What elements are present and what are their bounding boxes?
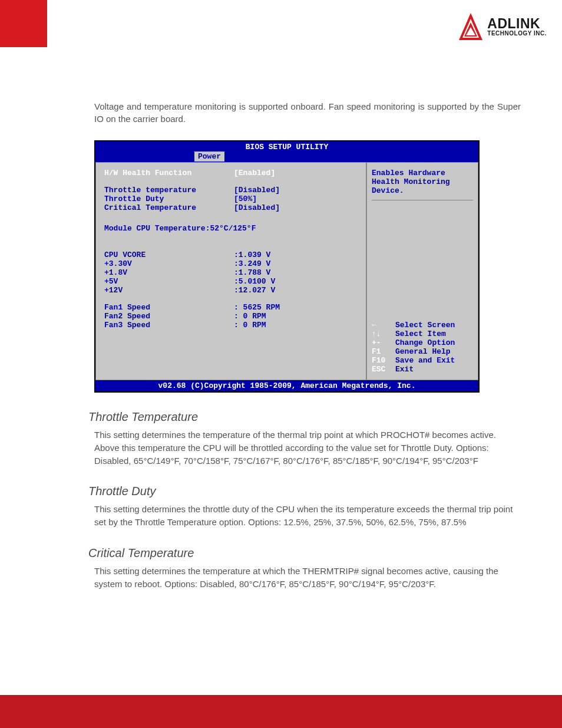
module-cpu-temp: Module CPU Temperature:52°C/125°F	[104, 224, 360, 233]
voltage-value: :3.249 V	[234, 259, 322, 268]
voltage-label: +5V	[104, 277, 234, 286]
help-text: Select Screen	[395, 321, 455, 330]
voltage-label: +3.30V	[104, 259, 234, 268]
bios-help-key-row: +-Change Option	[372, 338, 473, 347]
section-heading: Throttle Duty	[88, 485, 521, 498]
help-text: Exit	[395, 365, 414, 374]
bios-tab-bar: Power	[95, 151, 478, 162]
bios-voltage-row: +12V:12.027 V	[104, 286, 360, 295]
voltage-value: :12.027 V	[234, 286, 322, 295]
help-text: Select Item	[395, 330, 446, 338]
fan-label: Fan3 Speed	[104, 321, 234, 330]
logo-triangle-icon	[458, 12, 484, 41]
setting-value: [Disabled]	[234, 186, 322, 195]
voltage-label: CPU VCORE	[104, 251, 234, 259]
help-key: +-	[372, 338, 395, 347]
page-content: Voltage and temperature monitoring is su…	[0, 0, 562, 625]
fan-value: : 0 RPM	[234, 312, 322, 321]
bios-setting-row[interactable]: Throttle temperature[Disabled]	[104, 186, 360, 195]
help-key: ↑↓	[372, 330, 395, 338]
setting-label: Critical Temperature	[104, 203, 234, 212]
bios-help-key-row: F1General Help	[372, 347, 473, 356]
bios-main-panel: H/W Health Function [Enabled] Throttle t…	[95, 162, 366, 380]
setting-label: Throttle Duty	[104, 195, 234, 203]
corner-accent	[0, 0, 47, 47]
help-text: Save and Exit	[395, 356, 455, 365]
section-body: This setting determines the temperature …	[94, 429, 521, 467]
bios-side-panel: Enables Hardware Health Monitoring Devic…	[366, 162, 478, 380]
section-body: This setting determines the temperature …	[94, 565, 521, 591]
setting-value: [Disabled]	[234, 203, 322, 212]
voltage-value: :5.0100 V	[234, 277, 322, 286]
fan-value: : 0 RPM	[234, 321, 322, 330]
bios-help-key-row: ↑↓Select Item	[372, 330, 473, 338]
voltage-value: :1.788 V	[234, 268, 322, 277]
fan-label: Fan2 Speed	[104, 312, 234, 321]
bios-help-key-row: ←Select Screen	[372, 321, 473, 330]
bios-fan-row: Fan2 Speed: 0 RPM	[104, 312, 360, 321]
fan-label: Fan1 Speed	[104, 303, 234, 312]
fan-value: : 5625 RPM	[234, 303, 322, 312]
bios-voltage-row: CPU VCORE:1.039 V	[104, 251, 360, 259]
setting-value: [Enabled]	[234, 169, 322, 177]
logo-text-main: ADLINK	[487, 17, 547, 31]
voltage-label: +12V	[104, 286, 234, 295]
bios-fan-row: Fan1 Speed: 5625 RPM	[104, 303, 360, 312]
adlink-logo: ADLINK TECHNOLOGY INC.	[458, 12, 547, 41]
bios-help-desc-3: Device.	[372, 186, 473, 195]
help-key: ←	[372, 321, 395, 330]
section-heading: Critical Temperature	[88, 546, 521, 560]
bios-help-desc-1: Enables Hardware	[372, 169, 473, 177]
bios-setting-row[interactable]: Throttle Duty[50%]	[104, 195, 360, 203]
help-key: F10	[372, 356, 395, 365]
help-text: Change Option	[395, 338, 455, 347]
bios-setting-row[interactable]: Critical Temperature[Disabled]	[104, 203, 360, 212]
bios-footer: v02.68 (C)Copyright 1985-2009, American …	[95, 380, 478, 391]
bios-fan-row: Fan3 Speed: 0 RPM	[104, 321, 360, 330]
setting-label: H/W Health Function	[104, 169, 234, 177]
section-heading: Throttle Temperature	[88, 410, 521, 424]
voltage-label: +1.8V	[104, 268, 234, 277]
bios-voltage-row: +5V:5.0100 V	[104, 277, 360, 286]
bios-help-desc-2: Health Monitoring	[372, 177, 473, 186]
help-key: ESC	[372, 365, 395, 374]
bios-voltage-row: +3.30V:3.249 V	[104, 259, 360, 268]
voltage-value: :1.039 V	[234, 251, 322, 259]
bios-title: BIOS SETUP UTILITY	[95, 141, 478, 151]
bios-tab-power[interactable]: Power	[194, 151, 224, 162]
bios-help-key-row: F10Save and Exit	[372, 356, 473, 365]
bios-help-key-row: ESCExit	[372, 365, 473, 374]
bios-screenshot: BIOS SETUP UTILITY Power H/W Health Func…	[94, 140, 480, 393]
help-text: General Help	[395, 347, 451, 356]
setting-label: Throttle temperature	[104, 186, 234, 195]
setting-value: [50%]	[234, 195, 322, 203]
section-body: This setting determines the throttle dut…	[94, 503, 521, 529]
help-key: F1	[372, 347, 395, 356]
bios-voltage-row: +1.8V:1.788 V	[104, 268, 360, 277]
intro-paragraph: Voltage and temperature monitoring is su…	[94, 100, 521, 125]
logo-text-sub: TECHNOLOGY INC.	[487, 31, 547, 37]
bios-setting-hw-health[interactable]: H/W Health Function [Enabled]	[104, 169, 360, 177]
